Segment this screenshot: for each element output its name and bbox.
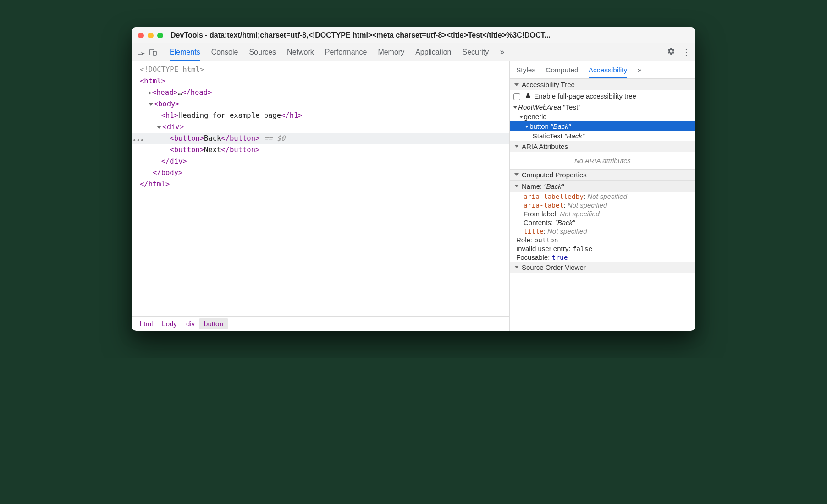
sidebar-tabs: Styles Computed Accessibility »: [510, 61, 695, 79]
main-area: <!DOCTYPE html> <html> <head>…</head> <b…: [132, 61, 695, 331]
window-title: DevTools - data:text/html;charset=utf-8,…: [171, 31, 689, 39]
rtab-computed[interactable]: Computed: [546, 61, 579, 78]
collapse-icon: [514, 145, 519, 148]
tree-generic[interactable]: generic: [510, 112, 695, 121]
dom-html-open[interactable]: <html>: [132, 76, 509, 87]
rtab-more-icon[interactable]: »: [637, 61, 641, 78]
dom-button-next[interactable]: <button>Next</button>: [132, 144, 509, 156]
aria-empty: No ARIA attributes: [510, 152, 695, 169]
gear-icon[interactable]: [667, 47, 675, 57]
crumb-html[interactable]: html: [135, 318, 157, 329]
tab-memory[interactable]: Memory: [378, 43, 404, 61]
traffic-lights: [138, 33, 163, 38]
devtools-window: DevTools - data:text/html;charset=utf-8,…: [132, 27, 695, 331]
collapse-icon: [514, 83, 519, 86]
device-toggle-icon[interactable]: [148, 47, 158, 57]
titlebar: DevTools - data:text/html;charset=utf-8,…: [132, 27, 695, 43]
prop-role: Role: button: [510, 236, 695, 244]
dom-div-open[interactable]: <div>: [132, 121, 509, 133]
tree-statictext[interactable]: StaticText "Back": [510, 131, 695, 141]
tree-root[interactable]: RootWebArea "Test": [510, 102, 695, 112]
section-computed[interactable]: Computed Properties: [510, 169, 695, 181]
breadcrumb: html body div button: [132, 316, 509, 331]
dom-div-close[interactable]: </div>: [132, 156, 509, 167]
dom-doctype[interactable]: <!DOCTYPE html>: [132, 64, 509, 76]
tab-application[interactable]: Application: [415, 43, 451, 61]
dom-h1[interactable]: <h1>Heading for example page</h1>: [132, 110, 509, 121]
prop-title: title: Not specified: [510, 227, 695, 236]
section-source-order[interactable]: Source Order Viewer: [510, 262, 695, 273]
main-tabs: Elements Console Sources Network Perform…: [170, 43, 504, 61]
enable-full-page-row: Enable full-page accessibility tree: [510, 90, 695, 102]
flask-icon: [525, 92, 533, 100]
svg-rect-2: [153, 51, 156, 55]
crumb-body[interactable]: body: [157, 318, 182, 329]
dom-html-close[interactable]: </html>: [132, 179, 509, 190]
inspect-icon[interactable]: [136, 47, 146, 57]
dom-body-open[interactable]: <body>: [132, 99, 509, 110]
elements-panel: <!DOCTYPE html> <html> <head>…</head> <b…: [132, 61, 510, 331]
rtab-styles[interactable]: Styles: [516, 61, 535, 78]
enable-checkbox[interactable]: [513, 93, 520, 100]
rtab-accessibility[interactable]: Accessibility: [589, 61, 627, 78]
sidebar-panel: Styles Computed Accessibility » Accessib…: [510, 61, 695, 331]
minimize-icon[interactable]: [148, 33, 154, 38]
section-aria[interactable]: ARIA Attributes: [510, 141, 695, 152]
prop-aria-labelledby: aria-labelledby: Not specified: [510, 192, 695, 201]
close-icon[interactable]: [138, 33, 144, 38]
collapse-icon[interactable]: [149, 103, 153, 106]
prop-from-label: From label: Not specified: [510, 209, 695, 218]
tab-sources[interactable]: Sources: [249, 43, 276, 61]
tab-more-icon[interactable]: »: [500, 43, 504, 61]
tree-button[interactable]: button "Back": [510, 121, 695, 131]
dom-body-close[interactable]: </body>: [132, 167, 509, 179]
prop-invalid: Invalid user entry: false: [510, 244, 695, 253]
collapse-icon: [514, 266, 519, 268]
crumb-button[interactable]: button: [199, 318, 228, 329]
tab-security[interactable]: Security: [462, 43, 489, 61]
collapse-icon: [514, 185, 519, 187]
tab-console[interactable]: Console: [211, 43, 238, 61]
crumb-div[interactable]: div: [182, 318, 199, 329]
prop-contents: Contents: "Back": [510, 218, 695, 227]
dom-tree[interactable]: <!DOCTYPE html> <html> <head>…</head> <b…: [132, 61, 509, 316]
enable-label: Enable full-page accessibility tree: [534, 92, 636, 100]
main-toolbar: Elements Console Sources Network Perform…: [132, 43, 695, 61]
tab-performance[interactable]: Performance: [325, 43, 367, 61]
tab-network[interactable]: Network: [287, 43, 314, 61]
prop-focusable: Focusable: true: [510, 253, 695, 262]
computed-name[interactable]: Name: "Back": [510, 181, 695, 192]
section-accessibility-tree[interactable]: Accessibility Tree: [510, 79, 695, 90]
prop-aria-label: aria-label: Not specified: [510, 201, 695, 209]
separator: [165, 47, 165, 57]
dom-button-back[interactable]: ••• <button>Back</button> == $0: [132, 133, 509, 144]
collapse-icon[interactable]: [157, 126, 161, 129]
tab-elements[interactable]: Elements: [170, 43, 200, 61]
collapse-icon: [514, 173, 519, 176]
expand-icon[interactable]: [149, 91, 151, 95]
toolbar-right: ⋮: [667, 47, 691, 57]
maximize-icon[interactable]: [157, 33, 163, 38]
dom-head[interactable]: <head>…</head>: [132, 87, 509, 99]
